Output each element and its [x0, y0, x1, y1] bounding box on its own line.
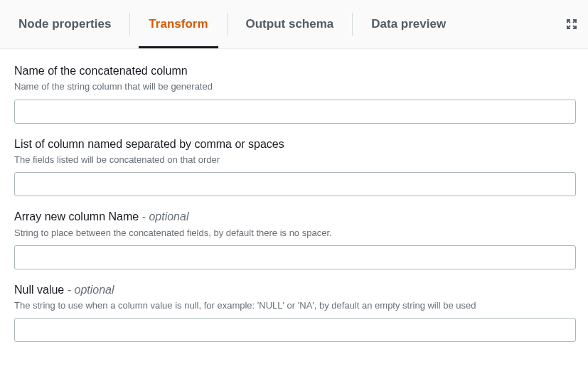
- optional-suffix: - optional: [64, 284, 114, 296]
- field-help: String to place between the concatenated…: [14, 227, 574, 240]
- field-label-text: Array new column Name: [14, 210, 139, 223]
- field-null-value: Null value - optional The string to use …: [14, 282, 574, 343]
- array-new-col-input[interactable]: [14, 245, 576, 269]
- field-help: The string to use when a column value is…: [14, 299, 574, 312]
- field-concat-name: Name of the concatenated column Name of …: [14, 63, 574, 124]
- concat-name-input[interactable]: [14, 100, 576, 124]
- field-array-new-col: Array new column Name - optional String …: [14, 209, 574, 269]
- field-help: Name of the string column that will be g…: [14, 80, 574, 93]
- field-label: List of column named separated by comma …: [14, 137, 574, 152]
- tab-label: Transform: [149, 17, 208, 31]
- field-label: Array new column Name - optional: [14, 209, 574, 225]
- tabs: Node properties Transform Output schema …: [0, 0, 464, 48]
- tab-label: Data preview: [371, 17, 446, 31]
- expand-icon: [566, 18, 577, 30]
- column-list-input[interactable]: [14, 172, 576, 196]
- field-column-list: List of column named separated by comma …: [14, 137, 574, 197]
- tab-data-preview[interactable]: Data preview: [353, 0, 464, 48]
- expand-button[interactable]: [564, 16, 579, 32]
- field-help: The fields listed will be concatenated o…: [14, 154, 574, 166]
- field-label-text: Null value: [14, 284, 64, 296]
- tab-transform[interactable]: Transform: [130, 0, 226, 48]
- tab-label: Output schema: [246, 17, 334, 31]
- tab-output-schema[interactable]: Output schema: [228, 0, 353, 48]
- field-label: Null value - optional: [14, 282, 574, 298]
- form-area: Name of the concatenated column Name of …: [0, 49, 588, 369]
- optional-suffix: - optional: [139, 210, 188, 223]
- tab-node-properties[interactable]: Node properties: [0, 0, 129, 48]
- null-value-input[interactable]: [14, 318, 576, 342]
- tabs-bar: Node properties Transform Output schema …: [0, 0, 588, 49]
- tab-label: Node properties: [18, 17, 111, 31]
- field-label: Name of the concatenated column: [14, 63, 574, 79]
